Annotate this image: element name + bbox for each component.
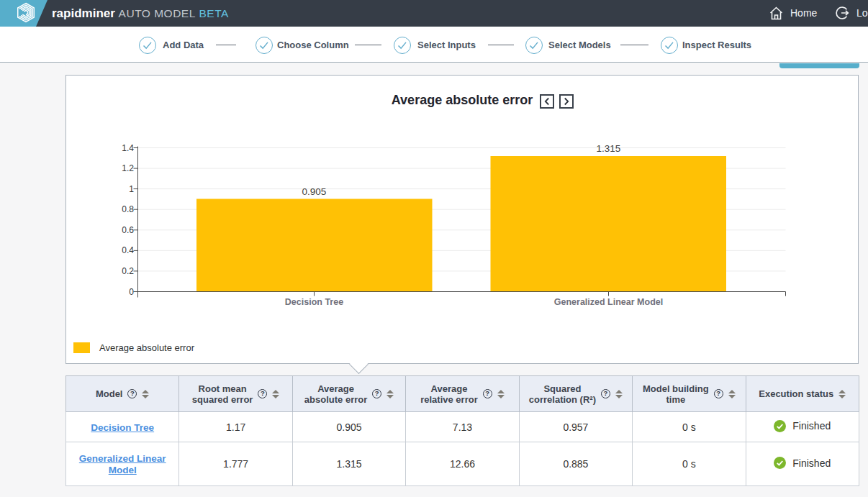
svg-text:0.2: 0.2 bbox=[122, 266, 134, 276]
svg-text:0.8: 0.8 bbox=[122, 204, 134, 214]
svg-text:0.4: 0.4 bbox=[122, 245, 134, 255]
svg-text:0.6: 0.6 bbox=[122, 225, 134, 235]
svg-text:1: 1 bbox=[129, 184, 134, 194]
svg-text:0.905: 0.905 bbox=[302, 186, 327, 197]
svg-text:1.315: 1.315 bbox=[597, 143, 621, 154]
svg-text:1.4: 1.4 bbox=[122, 143, 134, 153]
svg-text:Decision Tree: Decision Tree bbox=[285, 297, 343, 307]
svg-text:Generalized Linear Model: Generalized Linear Model bbox=[554, 297, 663, 307]
svg-text:1.2: 1.2 bbox=[122, 163, 134, 173]
svg-text:0: 0 bbox=[129, 287, 134, 297]
